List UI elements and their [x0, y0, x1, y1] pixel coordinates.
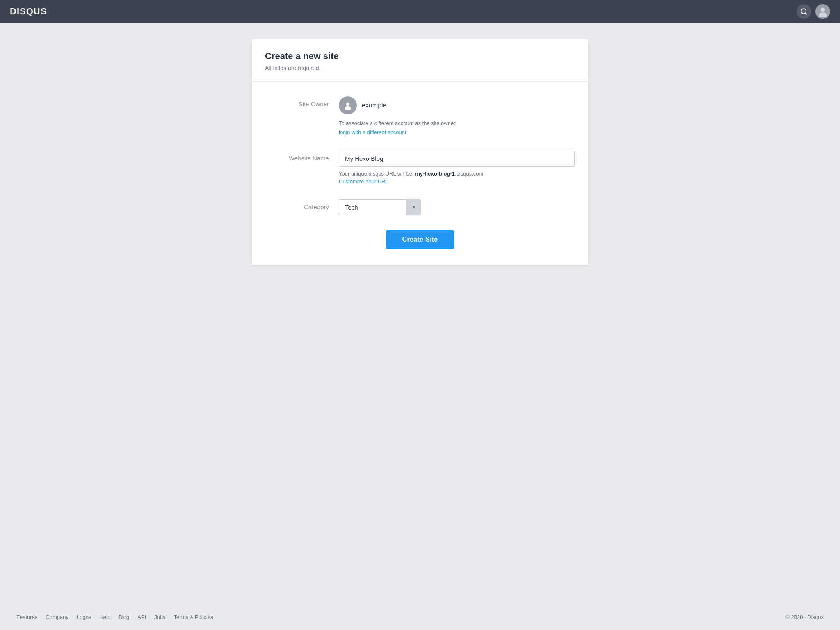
category-field: Tech News Sports Entertainment Science O…	[339, 199, 575, 215]
website-name-row: Website Name Your unique disqus URL will…	[265, 151, 575, 185]
svg-point-2	[821, 8, 825, 12]
website-name-label: Website Name	[265, 151, 339, 162]
website-name-field: Your unique disqus URL will be: my-hexo-…	[339, 151, 575, 185]
button-row: Create Site	[265, 230, 575, 249]
footer-link-terms[interactable]: Terms & Policies	[174, 614, 213, 620]
category-select-wrapper: Tech News Sports Entertainment Science O…	[339, 199, 421, 215]
footer-link-company[interactable]: Company	[46, 614, 68, 620]
footer-nav: Features Company Logos Help Blog API Job…	[16, 614, 213, 620]
category-row: Category Tech News Sports Entertainment …	[265, 199, 575, 215]
page-title: Create a new site	[265, 51, 575, 62]
svg-point-3	[819, 12, 827, 17]
category-select[interactable]: Tech News Sports Entertainment Science O…	[339, 199, 421, 215]
card-body: Site Owner example To associate a differ…	[252, 82, 588, 265]
search-button[interactable]	[797, 4, 811, 19]
footer-link-help[interactable]: Help	[99, 614, 110, 620]
footer-link-features[interactable]: Features	[16, 614, 37, 620]
owner-name: example	[362, 102, 386, 109]
create-site-button[interactable]: Create Site	[386, 230, 454, 249]
site-owner-row: Site Owner example To associate a differ…	[265, 96, 575, 136]
url-slug: my-hexo-blog-1	[415, 171, 455, 177]
footer-link-jobs[interactable]: Jobs	[154, 614, 165, 620]
site-owner-field: example To associate a different account…	[339, 96, 575, 136]
login-different-account-link[interactable]: login with a different account	[339, 129, 406, 135]
footer-link-blog[interactable]: Blog	[119, 614, 129, 620]
footer-link-api[interactable]: API	[137, 614, 146, 620]
owner-description: To associate a different account as the …	[339, 119, 575, 128]
logo: DISQUS	[10, 6, 47, 17]
create-site-card: Create a new site All fields are require…	[252, 39, 588, 265]
svg-point-5	[345, 106, 351, 110]
user-avatar-button[interactable]	[815, 4, 830, 19]
url-domain: .disqus.com	[455, 171, 483, 177]
owner-avatar-icon	[343, 101, 352, 110]
footer-link-logos[interactable]: Logos	[77, 614, 91, 620]
customize-url-link[interactable]: Customize Your URL	[339, 178, 575, 185]
site-owner-label: Site Owner	[265, 96, 339, 107]
category-label: Category	[265, 199, 339, 210]
url-preview: Your unique disqus URL will be: my-hexo-…	[339, 171, 575, 177]
url-preview-text: Your unique disqus URL will be:	[339, 171, 414, 177]
owner-avatar	[339, 96, 357, 114]
website-name-input[interactable]	[339, 151, 575, 167]
site-owner-display: example	[339, 96, 575, 114]
avatar-icon	[817, 6, 829, 17]
footer-copyright: © 2020 · Disqus	[785, 614, 824, 620]
header: DISQUS	[0, 0, 840, 23]
search-icon	[800, 8, 808, 15]
svg-line-1	[805, 13, 806, 14]
card-header: Create a new site All fields are require…	[252, 39, 588, 82]
footer: Features Company Logos Help Blog API Job…	[0, 604, 840, 630]
svg-point-4	[346, 103, 350, 106]
main-content: Create a new site All fields are require…	[0, 23, 840, 604]
header-icons	[797, 4, 830, 19]
card-subtitle: All fields are required.	[265, 65, 575, 71]
